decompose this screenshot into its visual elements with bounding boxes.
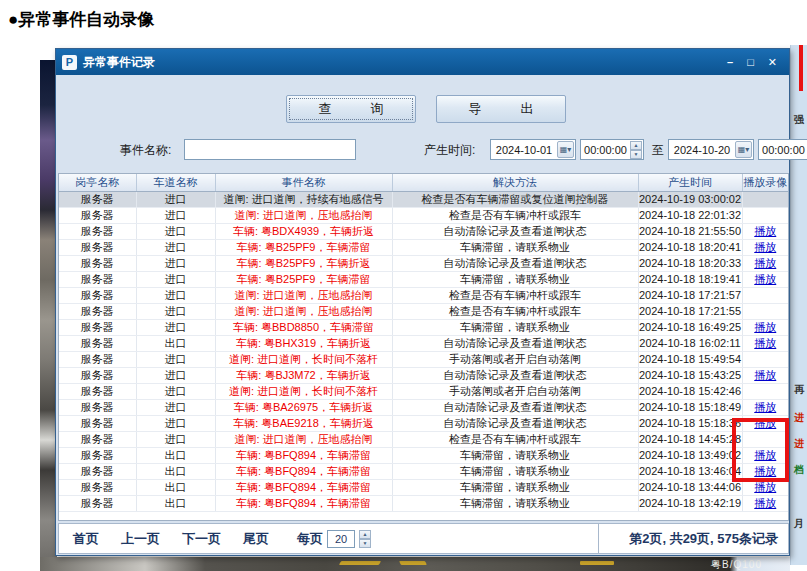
lane-cell: 进口 xyxy=(136,191,215,207)
time-cell: 2024-10-18 16:02:11 xyxy=(638,335,742,351)
next-page-link[interactable]: 下一页 xyxy=(182,530,221,548)
window-titlebar[interactable]: P 异常事件记录 – □ ✕ xyxy=(56,49,789,75)
table-row[interactable]: 服务器 进口 车辆: 粤B25PF9，车辆折返 自动清除记录及查看道闸状态 20… xyxy=(59,255,788,271)
time-cell: 2024-10-18 13:44:06 xyxy=(638,479,742,495)
table-row[interactable]: 服务器 出口 车辆: 粤BHX319，车辆折返 自动清除记录及查看道闸状态 20… xyxy=(59,335,788,351)
table-row[interactable]: 服务器 出口 车辆: 粤BFQ894，车辆滞留 车辆滞留，请联系物业 2024-… xyxy=(59,479,788,495)
solution-cell: 车辆滞留，请联系物业 xyxy=(392,239,638,255)
play-link[interactable]: 播放 xyxy=(754,481,776,493)
play-cell: 播放 xyxy=(742,271,788,287)
table-row[interactable]: 服务器 进口 车辆: 粤B25PF9，车辆滞留 车辆滞留，请联系物业 2024-… xyxy=(59,239,788,255)
table-row[interactable]: 服务器 进口 道闸: 进口道闸，压地感抬闸 检查是否有车辆冲杆或跟车 2024-… xyxy=(59,431,788,447)
end-date-picker[interactable]: 2024-10-20 ▦▾ xyxy=(668,139,754,160)
booth-cell: 服务器 xyxy=(59,431,136,447)
minimize-button[interactable]: – xyxy=(727,49,733,75)
col-time[interactable]: 产生时间 xyxy=(638,174,742,191)
play-link[interactable]: 播放 xyxy=(754,225,776,237)
calendar-icon[interactable]: ▦▾ xyxy=(735,141,752,158)
annotation-box xyxy=(732,418,789,482)
play-link[interactable]: 播放 xyxy=(754,257,776,269)
time-cell: 2024-10-18 15:42:46 xyxy=(638,383,742,399)
col-booth-name[interactable]: 岗亭名称 xyxy=(59,174,136,191)
road-marking xyxy=(399,561,427,565)
last-page-link[interactable]: 尾页 xyxy=(243,530,269,548)
solution-cell: 车辆滞留，请联系物业 xyxy=(392,479,638,495)
table-row[interactable]: 服务器 出口 车辆: 粤BFQ894，车辆滞留 车辆滞留，请联系物业 2024-… xyxy=(59,495,788,511)
table-row[interactable]: 服务器 进口 道闸: 进口道闸，压地感抬闸 检查是否有车辆冲杆或跟车 2024-… xyxy=(59,303,788,319)
col-solution[interactable]: 解决方法 xyxy=(392,174,638,191)
booth-cell: 服务器 xyxy=(59,335,136,351)
first-page-link[interactable]: 首页 xyxy=(73,530,99,548)
per-page-spinner[interactable]: ▲▼ xyxy=(359,530,371,548)
table-row[interactable]: 服务器 进口 道闸: 进口道闸，持续有地感信号 检查是否有车辆滞留或复位道闸控制… xyxy=(59,191,788,207)
table-row[interactable]: 服务器 进口 车辆: 粤BBD8850，车辆滞留 车辆滞留，请联系物业 2024… xyxy=(59,319,788,335)
solution-cell: 车辆滞留，请联系物业 xyxy=(392,447,638,463)
maximize-button[interactable]: □ xyxy=(747,49,754,75)
table-row[interactable]: 服务器 出口 车辆: 粤BFQ894，车辆滞留 车辆滞留，请联系物业 2024-… xyxy=(59,447,788,463)
time-cell: 2024-10-18 15:18:36 xyxy=(638,415,742,431)
table-row[interactable]: 服务器 进口 车辆: 粤BDX4939，车辆折返 自动清除记录及查看道闸状态 2… xyxy=(59,223,788,239)
event-record-window: P 异常事件记录 – □ ✕ 查 询 导 出 事件名称: 产生时间: 2024-… xyxy=(55,48,790,556)
start-date-picker[interactable]: 2024-10-01 ▦▾ xyxy=(490,139,576,160)
time-cell: 2024-10-18 17:21:55 xyxy=(638,303,742,319)
solution-cell: 检查是否有车辆滞留或复位道闸控制器 xyxy=(392,191,638,207)
table-row[interactable]: 服务器 进口 道闸: 进口道闸，压地感抬闸 检查是否有车辆冲杆或跟车 2024-… xyxy=(59,287,788,303)
event-name-label: 事件名称: xyxy=(120,142,171,159)
time-cell: 2024-10-18 13:42:19 xyxy=(638,495,742,511)
lane-cell: 进口 xyxy=(136,399,215,415)
solution-cell: 车辆滞留，请联系物业 xyxy=(392,463,638,479)
lane-cell: 进口 xyxy=(136,239,215,255)
play-link[interactable]: 播放 xyxy=(754,369,776,381)
time-cell: 2024-10-18 16:49:25 xyxy=(638,319,742,335)
play-link[interactable]: 播放 xyxy=(754,401,776,413)
table-row[interactable]: 服务器 进口 道闸: 进口道闸，压地感抬闸 检查是否有车辆冲杆或跟车 2024-… xyxy=(59,207,788,223)
event-cell: 道闸: 进口道闸，压地感抬闸 xyxy=(215,207,392,223)
booth-cell: 服务器 xyxy=(59,207,136,223)
col-event-name[interactable]: 事件名称 xyxy=(215,174,392,191)
time-cell: 2024-10-18 15:49:54 xyxy=(638,351,742,367)
play-link[interactable]: 播放 xyxy=(754,337,776,349)
start-time-picker[interactable]: 00:00:00 ▲▼ xyxy=(580,139,644,160)
table-header-row: 岗亭名称 车道名称 事件名称 解决方法 产生时间 播放录像 xyxy=(59,174,788,191)
play-link[interactable]: 播放 xyxy=(754,273,776,285)
license-plate-text: 粤B/Q100 xyxy=(711,558,762,571)
prev-page-link[interactable]: 上一页 xyxy=(121,530,160,548)
table-row[interactable]: 服务器 进口 车辆: 粤BJ3M72，车辆折返 自动清除记录及查看道闸状态 20… xyxy=(59,367,788,383)
query-button[interactable]: 查 询 xyxy=(286,95,416,123)
time-cell: 2024-10-18 14:45:28 xyxy=(638,431,742,447)
table-row[interactable]: 服务器 进口 道闸: 进口道闸，长时间不落杆 手动落闸或者开启自动落闸 2024… xyxy=(59,351,788,367)
time-spinner[interactable]: ▲▼ xyxy=(630,141,642,158)
col-play[interactable]: 播放录像 xyxy=(742,174,788,191)
col-lane-name[interactable]: 车道名称 xyxy=(136,174,215,191)
solution-cell: 车辆滞留，请联系物业 xyxy=(392,271,638,287)
play-cell xyxy=(742,207,788,223)
time-cell: 2024-10-18 15:18:49 xyxy=(638,399,742,415)
solution-cell: 手动落闸或者开启自动落闸 xyxy=(392,351,638,367)
table-row[interactable]: 服务器 进口 车辆: 粤BA26975，车辆折返 自动清除记录及查看道闸状态 2… xyxy=(59,399,788,415)
table-row[interactable]: 服务器 进口 车辆: 粤B25PF9，车辆滞留 车辆滞留，请联系物业 2024-… xyxy=(59,271,788,287)
lane-cell: 进口 xyxy=(136,207,215,223)
table-row[interactable]: 服务器 出口 车辆: 粤BFQ894，车辆滞留 车辆滞留，请联系物业 2024-… xyxy=(59,463,788,479)
background-photo-bottom: 粤B/Q100 xyxy=(40,557,790,571)
calendar-icon[interactable]: ▦▾ xyxy=(557,141,574,158)
time-cell: 2024-10-19 03:00:02 xyxy=(638,191,742,207)
play-link[interactable]: 播放 xyxy=(754,321,776,333)
export-button[interactable]: 导 出 xyxy=(436,95,566,123)
event-name-input[interactable] xyxy=(184,139,356,160)
time-cell: 2024-10-18 13:49:02 xyxy=(638,447,742,463)
table-row[interactable]: 服务器 进口 道闸: 进口道闸，长时间不落杆 手动落闸或者开启自动落闸 2024… xyxy=(59,383,788,399)
play-cell: 播放 xyxy=(742,335,788,351)
event-cell: 车辆: 粤BFQ894，车辆滞留 xyxy=(215,463,392,479)
play-link[interactable]: 播放 xyxy=(754,497,776,509)
booth-cell: 服务器 xyxy=(59,287,136,303)
filter-row: 事件名称: 产生时间: 2024-10-01 ▦▾ 00:00:00 ▲▼ 至 … xyxy=(56,139,789,161)
booth-cell: 服务器 xyxy=(59,271,136,287)
solution-cell: 自动清除记录及查看道闸状态 xyxy=(392,367,638,383)
end-time-picker[interactable]: 00:00:00 ▲▼ xyxy=(758,139,807,160)
lane-cell: 进口 xyxy=(136,271,215,287)
play-link[interactable]: 播放 xyxy=(754,241,776,253)
per-page-input[interactable]: 20 xyxy=(327,530,355,548)
close-button[interactable]: ✕ xyxy=(768,49,777,75)
table-row[interactable]: 服务器 进口 车辆: 粤BAE9218，车辆折返 自动清除记录及查看道闸状态 2… xyxy=(59,415,788,431)
road-marking xyxy=(580,561,614,565)
